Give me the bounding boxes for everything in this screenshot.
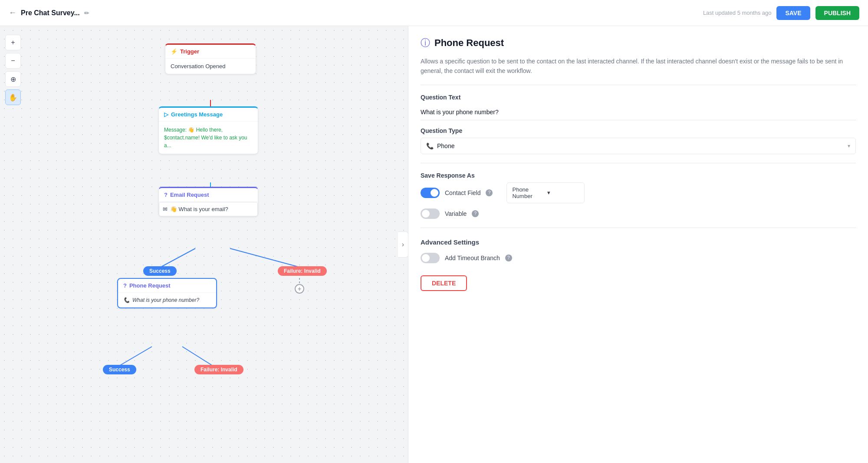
last-updated-text: Last updated 5 months ago xyxy=(703,10,772,16)
panel-question-icon: ⓘ xyxy=(421,36,430,50)
save-response-section: Contact Field ? Phone Number ▾ Variable … xyxy=(421,182,856,219)
variable-label: Variable xyxy=(445,210,467,217)
variable-row: Variable ? xyxy=(421,208,856,219)
phone-number-value: Phone Number xyxy=(512,186,544,199)
question-icon-email: ? xyxy=(164,192,168,198)
contact-field-row: Contact Field ? Phone Number ▾ xyxy=(421,182,856,203)
greetings-node-body: Message: 👋 Hello there, $contact.name! W… xyxy=(159,122,258,154)
edit-icon[interactable]: ✏ xyxy=(84,10,89,17)
advanced-settings-section: Advanced Settings Add Timeout Branch ? D… xyxy=(421,238,856,291)
variable-slider xyxy=(421,208,440,219)
divider-1 xyxy=(421,85,856,85)
svg-line-5 xyxy=(230,248,299,267)
page-title: Pre Chat Survey... xyxy=(21,9,80,17)
svg-line-4 xyxy=(161,248,195,267)
email-request-node[interactable]: ? Email Request ✉ 👋 What is your email? xyxy=(158,187,258,217)
panel-collapse-button[interactable]: › xyxy=(398,232,408,258)
question-icon-phone: ? xyxy=(123,282,127,289)
failure-badge-1[interactable]: Failure: Invalid xyxy=(278,266,327,276)
divider-2 xyxy=(421,163,856,163)
sidebar-tools: + − ⊕ ✋ xyxy=(5,35,21,105)
question-type-select[interactable]: 📞 Phone ▾ xyxy=(421,138,856,154)
contact-field-label: Contact Field xyxy=(445,189,480,196)
fit-view-button[interactable]: ⊕ xyxy=(5,71,21,87)
panel-title: Phone Request xyxy=(434,37,504,49)
success-badge-1[interactable]: Success xyxy=(143,266,177,276)
phone-icon-node: 📞 xyxy=(123,297,130,303)
phone-icon-select: 📞 xyxy=(426,142,434,149)
question-type-value: 📞 Phone xyxy=(426,142,848,149)
delete-button[interactable]: DELETE xyxy=(421,275,467,291)
zoom-out-button[interactable]: − xyxy=(5,53,21,69)
question-text-label: Question Text xyxy=(421,94,856,101)
variable-help-icon[interactable]: ? xyxy=(472,210,479,217)
trigger-node[interactable]: ⚡ Trigger Conversation Opened xyxy=(165,43,256,74)
email-node-body: ✉ 👋 What is your email? xyxy=(159,202,258,216)
save-button[interactable]: SAVE xyxy=(776,6,810,20)
phone-number-select[interactable]: Phone Number ▾ xyxy=(506,182,585,203)
email-icon: ✉ xyxy=(163,206,168,212)
zoom-in-button[interactable]: + xyxy=(5,35,21,50)
greetings-node-header: ▷ Greetings Message xyxy=(159,108,258,122)
right-panel: ⓘ Phone Request Allows a specific questi… xyxy=(408,26,868,463)
question-text-value: What is your phone number? xyxy=(421,104,856,120)
contact-field-help-icon[interactable]: ? xyxy=(486,189,493,196)
hand-tool-button[interactable]: ✋ xyxy=(5,89,21,105)
timeout-branch-row: Add Timeout Branch ? xyxy=(421,253,856,263)
canvas-area: › + − ⊕ ✋ ⚡ Trigger C xyxy=(0,26,408,463)
contact-field-toggle[interactable] xyxy=(421,188,440,198)
timeout-toggle[interactable] xyxy=(421,253,440,263)
send-icon: ▷ xyxy=(164,111,168,118)
bolt-icon: ⚡ xyxy=(171,48,178,55)
timeout-slider xyxy=(421,253,440,263)
success-badge-2[interactable]: Success xyxy=(103,365,136,374)
header: ← Pre Chat Survey... ✏ Last updated 5 mo… xyxy=(0,0,868,26)
greetings-node[interactable]: ▷ Greetings Message Message: 👋 Hello the… xyxy=(158,106,258,154)
header-left: ← Pre Chat Survey... ✏ xyxy=(9,8,89,17)
advanced-settings-title: Advanced Settings xyxy=(421,238,856,246)
contact-field-slider xyxy=(421,188,440,198)
trigger-node-header: ⚡ Trigger xyxy=(165,45,256,59)
phone-request-node[interactable]: ? Phone Request 📞 What is your phone num… xyxy=(117,278,217,308)
question-type-chevron: ▾ xyxy=(848,143,850,149)
back-button[interactable]: ← xyxy=(9,8,16,17)
timeout-label: Add Timeout Branch xyxy=(445,255,500,261)
phone-node-header: ? Phone Request xyxy=(118,279,216,293)
phone-number-chevron: ▾ xyxy=(547,189,579,196)
trigger-node-body: Conversation Opened xyxy=(165,59,256,74)
add-node-button-4[interactable]: + xyxy=(295,284,304,294)
panel-description: Allows a specific question to be sent to… xyxy=(421,56,856,76)
save-response-label: Save Response As xyxy=(421,172,856,179)
svg-line-9 xyxy=(119,347,152,366)
flow-lines xyxy=(0,26,408,463)
failure-badge-2[interactable]: Failure: Invalid xyxy=(194,365,243,374)
timeout-help-icon[interactable]: ? xyxy=(505,255,512,261)
svg-line-10 xyxy=(182,347,213,366)
variable-toggle[interactable] xyxy=(421,208,440,219)
phone-node-body: 📞 What is your phone number? xyxy=(118,293,216,308)
publish-button[interactable]: PUBLISH xyxy=(815,6,859,20)
header-right: Last updated 5 months ago SAVE PUBLISH xyxy=(703,6,859,20)
panel-title-row: ⓘ Phone Request xyxy=(421,36,856,50)
question-type-label: Question Type xyxy=(421,127,856,134)
divider-3 xyxy=(421,228,856,228)
email-node-header: ? Email Request xyxy=(159,188,258,202)
